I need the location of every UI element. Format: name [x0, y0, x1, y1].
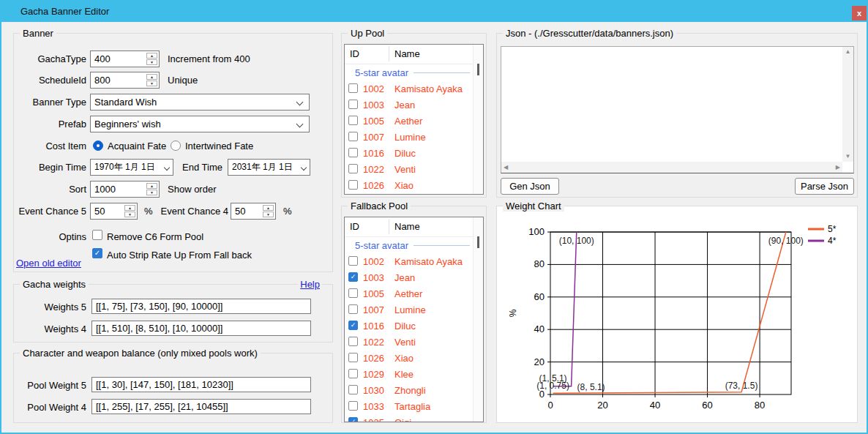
- pool-row[interactable]: 1030Zhongli: [345, 382, 483, 398]
- event-chance-4-input[interactable]: 50 ▲ ▼: [231, 203, 276, 220]
- scroll-left-icon[interactable]: ◀: [504, 165, 508, 171]
- gachatype-input[interactable]: 400 ▲ ▼: [90, 50, 160, 67]
- pool-row[interactable]: 1007Lumine: [345, 129, 483, 145]
- spin-up-icon[interactable]: ▲: [146, 74, 157, 80]
- spin-up-icon[interactable]: ▲: [146, 183, 157, 189]
- weights-5-input[interactable]: [[1, 75], [73, 150], [90, 10000]]: [91, 299, 311, 314]
- row-checkbox[interactable]: [348, 100, 358, 109]
- pool-row[interactable]: 1003Jean: [345, 97, 483, 113]
- pool-row[interactable]: 1022Venti: [345, 334, 483, 350]
- json-vertical-scrollbar[interactable]: ▲ ▼: [842, 47, 853, 162]
- spin-up-icon[interactable]: ▲: [124, 205, 135, 211]
- pool-row[interactable]: 1005Aether: [345, 285, 483, 302]
- radio-acquaint-fate[interactable]: [93, 141, 103, 151]
- title-bar[interactable]: Gacha Banner Editor: [0, 0, 868, 22]
- point-annotation: (10, 100): [559, 236, 594, 246]
- scrollbar-thumb[interactable]: [477, 236, 479, 248]
- row-checkbox[interactable]: [348, 116, 358, 125]
- row-checkbox[interactable]: [348, 288, 358, 298]
- begin-time-value: 1970年 1月 1日: [94, 161, 161, 173]
- row-checkbox[interactable]: ✓: [348, 417, 358, 422]
- list-scrollbar[interactable]: [473, 217, 483, 422]
- spin-down-icon[interactable]: ▼: [146, 59, 157, 65]
- pool-row[interactable]: ✓1016Diluc: [345, 318, 483, 334]
- series-line-5*: [553, 232, 786, 393]
- prefab-select[interactable]: Beginners' wish: [90, 116, 310, 132]
- help-link[interactable]: Help: [298, 279, 322, 290]
- chevron-down-icon: [296, 121, 304, 128]
- spin-down-icon[interactable]: ▼: [263, 212, 274, 217]
- gachatype-spinner[interactable]: ▲ ▼: [146, 53, 157, 65]
- sort-input[interactable]: 1000 ▲ ▼: [90, 181, 160, 198]
- fallback-pool-list[interactable]: IDName5-star avatar1002Kamisato Ayaka✓10…: [344, 217, 484, 422]
- event-chance-4-unit: %: [283, 206, 292, 217]
- auto-strip-checkbox[interactable]: ✓: [92, 248, 102, 258]
- event-chance-5-spinner[interactable]: ▲ ▼: [124, 205, 135, 217]
- row-checkbox[interactable]: [348, 132, 358, 141]
- event-chance-5-label: Event Chance 5: [7, 206, 86, 217]
- spin-down-icon[interactable]: ▼: [124, 212, 135, 217]
- pool-item-name: Lumine: [394, 304, 426, 315]
- pool-row[interactable]: 1026Xiao: [345, 350, 483, 366]
- row-checkbox[interactable]: ✓: [348, 272, 358, 282]
- json-horizontal-scrollbar[interactable]: ◀ ▶: [501, 162, 842, 173]
- pool-row[interactable]: ✓1035Qiqi: [345, 414, 483, 422]
- pool-section-label: 5-star avatar: [355, 67, 408, 78]
- pool-row[interactable]: 1002Kamisato Ayaka: [345, 81, 483, 97]
- event-chance-5-input[interactable]: 50 ▲ ▼: [90, 203, 138, 220]
- pool-row[interactable]: ✓1003Jean: [345, 269, 483, 285]
- end-time-picker[interactable]: 2031年 1月 1日: [228, 159, 310, 176]
- pool-row[interactable]: 1005Aether: [345, 113, 483, 129]
- sort-spinner[interactable]: ▲ ▼: [146, 183, 157, 195]
- spin-up-icon[interactable]: ▲: [146, 53, 157, 59]
- row-checkbox[interactable]: [348, 353, 358, 362]
- scheduleid-spinner[interactable]: ▲ ▼: [146, 74, 157, 86]
- row-checkbox[interactable]: [348, 83, 358, 93]
- row-checkbox[interactable]: [348, 304, 358, 314]
- pool-row[interactable]: 1016Diluc: [345, 145, 483, 161]
- pool-row[interactable]: 1029Klee: [345, 366, 483, 382]
- x-tick-label: 20: [597, 400, 607, 411]
- row-checkbox[interactable]: [348, 164, 358, 173]
- pool-row[interactable]: 1033Tartaglia: [345, 398, 483, 414]
- scrollbar-thumb[interactable]: [477, 64, 479, 75]
- json-textarea[interactable]: ▲ ▼ ◀ ▶: [501, 46, 854, 173]
- pool-weight-4-input[interactable]: [[1, 255], [17, 255], [21, 10455]]: [91, 399, 311, 414]
- radio-intertwined-fate[interactable]: [171, 141, 181, 151]
- pool-row[interactable]: 1007Lumine: [345, 302, 483, 318]
- event-chance-4-spinner[interactable]: ▲ ▼: [263, 205, 274, 217]
- row-checkbox[interactable]: [348, 401, 358, 411]
- parse-json-button[interactable]: Parse Json: [795, 178, 854, 195]
- row-checkbox[interactable]: [348, 369, 358, 378]
- row-checkbox[interactable]: ✓: [348, 321, 358, 330]
- begin-time-label: Begin Time: [7, 162, 86, 173]
- pool-row[interactable]: 1002Kamisato Ayaka: [345, 253, 483, 269]
- gen-json-button[interactable]: Gen Json: [501, 178, 559, 195]
- weights-4-input[interactable]: [[1, 510], [8, 510], [10, 10000]]: [91, 321, 311, 336]
- up-pool-list[interactable]: IDName5-star avatar1002Kamisato Ayaka100…: [344, 44, 484, 195]
- list-scrollbar[interactable]: [473, 45, 483, 194]
- pool-row[interactable]: 1026Xiao: [345, 177, 483, 193]
- row-checkbox[interactable]: [348, 180, 358, 190]
- open-old-editor-link[interactable]: Open old editor: [16, 258, 81, 269]
- banner-type-select[interactable]: Standard Wish: [90, 94, 310, 111]
- begin-time-picker[interactable]: 1970年 1月 1日: [90, 159, 173, 176]
- pool-weight-5-input[interactable]: [[1, 30], [147, 150], [181, 10230]]: [91, 377, 311, 392]
- row-checkbox[interactable]: [348, 148, 358, 157]
- scroll-right-icon[interactable]: ▶: [836, 165, 840, 171]
- spin-down-icon[interactable]: ▼: [146, 190, 157, 195]
- pool-row[interactable]: 1022Venti: [345, 161, 483, 177]
- scroll-down-icon[interactable]: ▼: [845, 154, 851, 160]
- row-checkbox[interactable]: [348, 256, 358, 266]
- radio-acquaint-fate-label: Acquaint Fate: [108, 141, 166, 151]
- close-button[interactable]: x: [852, 6, 867, 20]
- remove-c6-checkbox[interactable]: [92, 230, 102, 240]
- row-checkbox[interactable]: [348, 385, 358, 394]
- scroll-up-icon[interactable]: ▲: [845, 49, 851, 55]
- spin-up-icon[interactable]: ▲: [263, 205, 274, 211]
- y-tick-label: 80: [534, 258, 545, 269]
- row-checkbox[interactable]: [348, 337, 358, 346]
- banner-type-value: Standard Wish: [94, 97, 293, 108]
- spin-down-icon[interactable]: ▼: [146, 81, 157, 86]
- scheduleid-input[interactable]: 800 ▲ ▼: [90, 72, 160, 89]
